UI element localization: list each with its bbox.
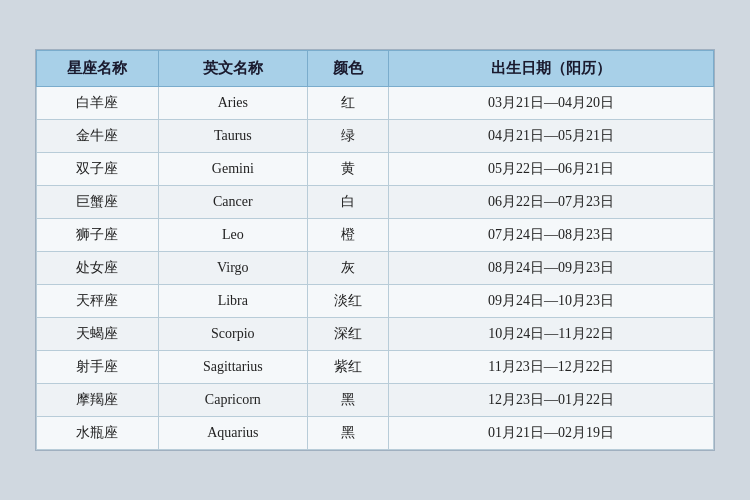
cell-chinese-name: 天秤座 bbox=[37, 285, 159, 318]
cell-chinese-name: 摩羯座 bbox=[37, 384, 159, 417]
cell-date: 05月22日—06月21日 bbox=[389, 153, 714, 186]
table-row: 金牛座Taurus绿04月21日—05月21日 bbox=[37, 120, 714, 153]
cell-english-name: Capricorn bbox=[158, 384, 307, 417]
cell-english-name: Aquarius bbox=[158, 417, 307, 450]
cell-english-name: Virgo bbox=[158, 252, 307, 285]
cell-date: 11月23日—12月22日 bbox=[389, 351, 714, 384]
cell-english-name: Cancer bbox=[158, 186, 307, 219]
cell-chinese-name: 狮子座 bbox=[37, 219, 159, 252]
cell-color: 红 bbox=[307, 87, 388, 120]
cell-color: 橙 bbox=[307, 219, 388, 252]
table-row: 白羊座Aries红03月21日—04月20日 bbox=[37, 87, 714, 120]
cell-color: 黄 bbox=[307, 153, 388, 186]
cell-chinese-name: 双子座 bbox=[37, 153, 159, 186]
cell-color: 绿 bbox=[307, 120, 388, 153]
zodiac-table-container: 星座名称 英文名称 颜色 出生日期（阳历） 白羊座Aries红03月21日—04… bbox=[35, 49, 715, 451]
zodiac-table: 星座名称 英文名称 颜色 出生日期（阳历） 白羊座Aries红03月21日—04… bbox=[36, 50, 714, 450]
cell-color: 深红 bbox=[307, 318, 388, 351]
table-row: 处女座Virgo灰08月24日—09月23日 bbox=[37, 252, 714, 285]
cell-english-name: Libra bbox=[158, 285, 307, 318]
header-chinese-name: 星座名称 bbox=[37, 51, 159, 87]
cell-chinese-name: 射手座 bbox=[37, 351, 159, 384]
cell-color: 黑 bbox=[307, 417, 388, 450]
table-row: 天秤座Libra淡红09月24日—10月23日 bbox=[37, 285, 714, 318]
table-row: 狮子座Leo橙07月24日—08月23日 bbox=[37, 219, 714, 252]
cell-chinese-name: 天蝎座 bbox=[37, 318, 159, 351]
table-row: 天蝎座Scorpio深红10月24日—11月22日 bbox=[37, 318, 714, 351]
cell-color: 灰 bbox=[307, 252, 388, 285]
cell-english-name: Taurus bbox=[158, 120, 307, 153]
table-header-row: 星座名称 英文名称 颜色 出生日期（阳历） bbox=[37, 51, 714, 87]
cell-chinese-name: 白羊座 bbox=[37, 87, 159, 120]
cell-color: 白 bbox=[307, 186, 388, 219]
table-row: 射手座Sagittarius紫红11月23日—12月22日 bbox=[37, 351, 714, 384]
cell-color: 淡红 bbox=[307, 285, 388, 318]
cell-english-name: Aries bbox=[158, 87, 307, 120]
cell-date: 10月24日—11月22日 bbox=[389, 318, 714, 351]
cell-english-name: Scorpio bbox=[158, 318, 307, 351]
cell-english-name: Sagittarius bbox=[158, 351, 307, 384]
header-date: 出生日期（阳历） bbox=[389, 51, 714, 87]
cell-date: 08月24日—09月23日 bbox=[389, 252, 714, 285]
cell-english-name: Gemini bbox=[158, 153, 307, 186]
table-row: 摩羯座Capricorn黑12月23日—01月22日 bbox=[37, 384, 714, 417]
table-row: 双子座Gemini黄05月22日—06月21日 bbox=[37, 153, 714, 186]
cell-color: 紫红 bbox=[307, 351, 388, 384]
table-row: 水瓶座Aquarius黑01月21日—02月19日 bbox=[37, 417, 714, 450]
cell-date: 12月23日—01月22日 bbox=[389, 384, 714, 417]
cell-date: 01月21日—02月19日 bbox=[389, 417, 714, 450]
cell-chinese-name: 水瓶座 bbox=[37, 417, 159, 450]
cell-date: 03月21日—04月20日 bbox=[389, 87, 714, 120]
table-row: 巨蟹座Cancer白06月22日—07月23日 bbox=[37, 186, 714, 219]
cell-chinese-name: 处女座 bbox=[37, 252, 159, 285]
header-english-name: 英文名称 bbox=[158, 51, 307, 87]
cell-date: 07月24日—08月23日 bbox=[389, 219, 714, 252]
header-color: 颜色 bbox=[307, 51, 388, 87]
cell-date: 09月24日—10月23日 bbox=[389, 285, 714, 318]
cell-chinese-name: 巨蟹座 bbox=[37, 186, 159, 219]
cell-date: 06月22日—07月23日 bbox=[389, 186, 714, 219]
cell-color: 黑 bbox=[307, 384, 388, 417]
cell-chinese-name: 金牛座 bbox=[37, 120, 159, 153]
cell-english-name: Leo bbox=[158, 219, 307, 252]
cell-date: 04月21日—05月21日 bbox=[389, 120, 714, 153]
